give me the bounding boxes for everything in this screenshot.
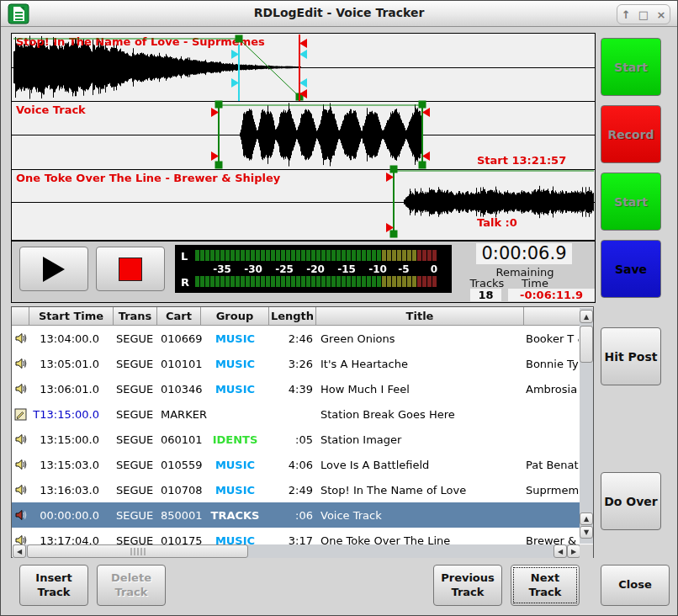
log-row[interactable]: 13:15:03.0 SEGUE 010559 MUSIC 4:06 Love … (12, 452, 580, 477)
row-trans: SEGUE (114, 332, 157, 345)
column-header-group[interactable]: Group (201, 307, 269, 326)
log-row[interactable]: 13:15:00.0 SEGUE 060101 IDENTS :05 Stati… (12, 427, 580, 452)
delete-track-button[interactable]: Delete Track (97, 565, 166, 606)
row-start-time: 00:00:00.0 (29, 509, 114, 522)
column-header-length[interactable]: Length (269, 307, 316, 326)
row-title: Voice Track (316, 509, 524, 522)
track2-end-handle-icon[interactable] (419, 101, 426, 109)
scroll-up-button[interactable]: ▲ (580, 310, 593, 323)
hit-post-button[interactable]: Hit Post (601, 327, 661, 385)
track2-start-marker-icon[interactable] (211, 108, 219, 117)
track1-segue-start-marker-icon[interactable] (231, 78, 239, 88)
row-icon (12, 534, 29, 544)
log-table: Start Time Trans Cart Group Length Title… (11, 306, 594, 558)
speaker-icon (14, 433, 28, 446)
row-group: MUSIC (201, 484, 269, 497)
row-icon (12, 382, 29, 396)
next-track-button[interactable]: Next Track (511, 565, 580, 606)
row-group: TRACKS (201, 509, 269, 522)
track1-segue-end-marker-icon[interactable] (299, 78, 307, 88)
track3-start-handle-icon[interactable] (390, 231, 398, 238)
record-button[interactable]: Record (601, 105, 661, 163)
save-label: Save (615, 263, 647, 276)
log-row[interactable]: T13:15:00.0 SEGUE MARKER Station Break G… (12, 401, 580, 427)
log-row[interactable]: 13:17:04.0 SEGUE 010175 MUSIC 3:17 One T… (12, 528, 580, 544)
column-header-trans[interactable]: Trans (114, 307, 157, 326)
titlebar[interactable]: RDLogEdit - Voice Tracker ↑ □ × (1, 1, 677, 27)
start-track3-button[interactable]: Start (601, 173, 661, 231)
horizontal-scroll-thumb[interactable] (27, 544, 248, 558)
row-group: IDENTS (201, 433, 269, 446)
waveform-panel[interactable]: Stop! In The Name of Love - Suprmemes Vo… (11, 33, 596, 241)
row-length: 3:26 (269, 358, 316, 370)
track2-end-handle-icon[interactable] (419, 162, 426, 169)
log-row[interactable]: 13:04:00.0 SEGUE 010669 MUSIC 2:46 Green… (12, 326, 580, 351)
row-start-time: T13:15:00.0 (29, 408, 114, 421)
previous-track-button[interactable]: Previous Track (433, 565, 502, 606)
row-cart: 010669 (157, 332, 201, 345)
row-artist: Pat Benatar (524, 459, 579, 471)
meter-scale: -35 -30 -25 -20 -15 -10 -5 0 (175, 263, 452, 274)
start-track1-button[interactable]: Start (601, 38, 661, 96)
scroll-up-button-bottom[interactable]: ▲ (580, 512, 593, 525)
marker-note-icon (14, 408, 27, 421)
column-header-title[interactable]: Title (316, 307, 524, 326)
save-button[interactable]: Save (601, 240, 661, 298)
row-title: It's A Heartache (316, 358, 524, 370)
row-icon (12, 508, 29, 522)
track2-start-handle-icon[interactable] (215, 162, 223, 169)
track2-start-marker-icon[interactable] (211, 151, 219, 161)
log-row[interactable]: 13:05:01.0 SEGUE 010101 MUSIC 3:26 It's … (12, 351, 580, 376)
track2-end-marker-icon[interactable] (422, 108, 430, 117)
track1-fade-down-line[interactable] (239, 39, 299, 97)
row-start-time: 13:05:01.0 (29, 358, 114, 370)
shade-window-icon[interactable]: ↑ (622, 9, 631, 20)
meter-right-label: R (181, 276, 189, 289)
row-icon (12, 332, 29, 345)
audio-meter: L R -35 -30 -25 -20 -15 -10 -5 0 (175, 245, 452, 293)
scroll-left-button-right[interactable]: ◀ (554, 544, 567, 558)
track1-end-marker-icon[interactable] (299, 39, 307, 48)
row-title: Station Imager (316, 433, 524, 446)
row-cart: 850001 (157, 509, 201, 522)
track1-segue-end-marker-icon[interactable] (299, 50, 307, 59)
play-button[interactable] (19, 247, 88, 291)
start-track3-label: Start (614, 195, 648, 209)
speaker-icon (14, 483, 28, 497)
scroll-right-button[interactable]: ▶ (567, 544, 580, 558)
row-start-time: 13:17:04.0 (29, 534, 114, 545)
track1-segue-start-marker-icon[interactable] (231, 50, 239, 59)
horizontal-scrollbar[interactable]: ◀ ◀ ▶ (13, 544, 580, 558)
track2-end-marker-icon[interactable] (422, 151, 430, 161)
row-start-time: 13:06:01.0 (29, 383, 114, 396)
column-header-start-time[interactable]: Start Time (29, 307, 114, 326)
column-header-icon[interactable] (12, 307, 29, 326)
maximize-window-icon[interactable]: □ (638, 9, 649, 20)
speaker-icon (14, 332, 28, 345)
scroll-left-button[interactable]: ◀ (13, 544, 26, 558)
vertical-scrollbar[interactable]: ▲ ▲ ▼ (580, 308, 593, 544)
stop-button[interactable] (96, 247, 165, 291)
column-header-artist[interactable] (524, 307, 580, 326)
column-header-cart[interactable]: Cart (157, 307, 201, 326)
do-over-button[interactable]: Do Over (601, 472, 661, 530)
close-button[interactable]: Close (601, 565, 670, 606)
row-icon (12, 483, 29, 497)
insert-track-button[interactable]: Insert Track (19, 565, 88, 606)
row-cart: 010175 (157, 534, 201, 545)
vertical-scroll-thumb[interactable] (580, 326, 593, 363)
row-length: 2:46 (269, 332, 316, 345)
close-window-icon[interactable]: × (656, 9, 665, 20)
row-trans: SEGUE (114, 509, 157, 522)
log-row[interactable]: 13:16:03.0 SEGUE 010708 MUSIC 2:49 Stop!… (12, 477, 580, 502)
log-row[interactable]: 13:06:01.0 SEGUE 010346 MUSIC 4:39 How M… (12, 376, 580, 401)
track2-start-handle-icon[interactable] (215, 101, 223, 109)
log-row[interactable]: 00:00:00.0 SEGUE 850001 TRACKS :06 Voice… (12, 502, 580, 528)
marker-overlay (12, 34, 595, 240)
log-header: Start Time Trans Cart Group Length Title (12, 307, 580, 326)
row-trans: SEGUE (114, 358, 157, 370)
track1-fade-handle-icon[interactable] (236, 35, 243, 43)
row-title: Green Onions (316, 332, 524, 345)
track3-start-marker-icon[interactable] (386, 173, 394, 182)
scroll-down-button[interactable]: ▼ (580, 526, 593, 539)
